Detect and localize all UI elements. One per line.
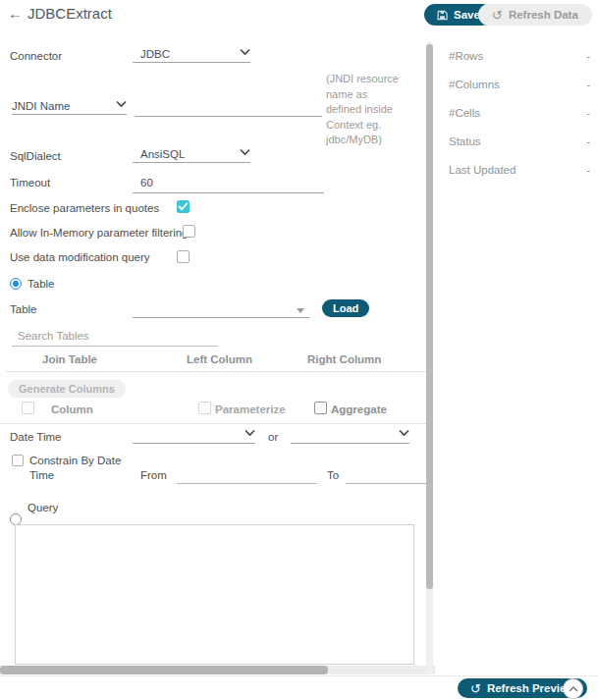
load-button[interactable]: Load xyxy=(322,299,369,317)
in-memory-filtering-checkbox[interactable] xyxy=(183,225,195,238)
save-button-label: Save xyxy=(454,9,480,21)
sql-dialect-label: SqlDialect xyxy=(10,150,61,162)
refresh-preview-label: Refresh Preview xyxy=(487,682,575,694)
status-label: Status xyxy=(449,135,481,147)
enclose-parameters-checkbox[interactable] xyxy=(177,200,190,213)
to-label: To xyxy=(327,469,339,481)
sql-dialect-value: AnsiSQL xyxy=(133,148,185,160)
aggregate-label: Aggregate xyxy=(331,404,387,415)
parameterize-label: Parameterize xyxy=(215,404,286,415)
table-select[interactable] xyxy=(133,300,309,318)
columns-value: - xyxy=(586,79,590,90)
to-input[interactable] xyxy=(346,467,430,484)
right-column-header: Right Column xyxy=(307,353,381,365)
sql-dialect-select[interactable]: AnsiSQL xyxy=(133,146,250,163)
date-time-select-2[interactable] xyxy=(291,427,409,444)
left-column-header: Left Column xyxy=(187,353,252,365)
data-modification-checkbox[interactable] xyxy=(177,250,190,263)
connector-label: Connector xyxy=(10,50,62,62)
column-row-divider xyxy=(0,423,426,424)
connector-select[interactable]: JDBC xyxy=(133,46,250,63)
chevron-down-icon xyxy=(116,94,127,112)
from-input[interactable] xyxy=(177,467,317,484)
aggregate-checkbox[interactable] xyxy=(314,402,327,414)
horizontal-scrollbar-thumb[interactable] xyxy=(0,666,328,674)
join-table-header: Join Table xyxy=(42,353,97,365)
chevron-down-icon xyxy=(399,423,409,441)
save-icon xyxy=(437,10,448,21)
data-modification-label: Use data modification query xyxy=(10,251,150,263)
jndi-name-select-value: JNDI Name xyxy=(12,100,70,112)
cells-value: - xyxy=(586,107,590,119)
jdbc-extract-page: ← JDBCExtract Save ↺ Refresh Data Connec… xyxy=(0,0,598,700)
constrain-by-date-label: Constrain By Date Time xyxy=(29,454,126,483)
join-table-divider xyxy=(6,371,426,372)
chevron-down-icon xyxy=(240,142,250,160)
rows-label: #Rows xyxy=(449,50,483,62)
refresh-icon: ↺ xyxy=(492,9,503,22)
or-label: or xyxy=(268,431,278,443)
constrain-by-date-checkbox[interactable] xyxy=(12,455,24,466)
columns-label: #Columns xyxy=(449,79,500,90)
date-time-select-1[interactable] xyxy=(133,427,255,444)
table-radio-label: Table xyxy=(27,278,55,290)
timeout-input[interactable] xyxy=(133,175,324,193)
jndi-helper-text: (JNDI resource name as defined inside Co… xyxy=(326,72,405,148)
date-time-label: Date Time xyxy=(10,431,61,443)
from-label: From xyxy=(140,469,167,481)
query-textarea[interactable] xyxy=(15,524,414,665)
parameterize-checkbox[interactable] xyxy=(198,402,211,414)
search-tables-input[interactable] xyxy=(12,328,218,347)
select-all-columns-checkbox[interactable] xyxy=(22,402,34,414)
chevron-down-icon xyxy=(240,42,250,60)
last-updated-label: Last Updated xyxy=(449,164,516,176)
vertical-scrollbar[interactable] xyxy=(426,41,433,674)
refresh-data-label: Refresh Data xyxy=(509,9,578,21)
table-field-label: Table xyxy=(10,303,37,315)
rows-value: - xyxy=(586,50,590,62)
footer-divider xyxy=(0,675,598,676)
enclose-parameters-label: Enclose parameters in quotes xyxy=(10,202,159,214)
status-value: - xyxy=(586,135,590,147)
refresh-data-button[interactable]: ↺ Refresh Data xyxy=(478,4,592,26)
cells-label: #Cells xyxy=(449,107,480,119)
refresh-icon: ↺ xyxy=(470,682,481,695)
chevron-up-icon xyxy=(569,685,578,692)
jndi-name-input[interactable] xyxy=(135,98,322,117)
connector-value: JDBC xyxy=(133,48,170,60)
generate-columns-button[interactable]: Generate Columns xyxy=(8,380,126,398)
summary-panel: #Rows - #Columns - #Cells - Status - Las… xyxy=(437,41,598,670)
in-memory-filtering-label: Allow In-Memory parameter filtering xyxy=(10,227,189,239)
jndi-name-select[interactable]: JNDI Name xyxy=(12,97,127,115)
horizontal-scrollbar[interactable] xyxy=(0,666,435,674)
chevron-down-icon xyxy=(297,308,304,313)
table-radio[interactable] xyxy=(10,278,22,290)
query-radio-label: Query xyxy=(27,502,58,513)
column-header-label: Column xyxy=(51,404,93,415)
collapse-panel-button[interactable] xyxy=(563,678,583,699)
chevron-down-icon xyxy=(245,423,255,441)
timeout-label: Timeout xyxy=(10,177,50,188)
page-title: JDBCExtract xyxy=(27,5,112,22)
vertical-scrollbar-thumb[interactable] xyxy=(426,44,433,589)
back-icon[interactable]: ← xyxy=(8,6,23,22)
last-updated-value: - xyxy=(586,164,590,176)
